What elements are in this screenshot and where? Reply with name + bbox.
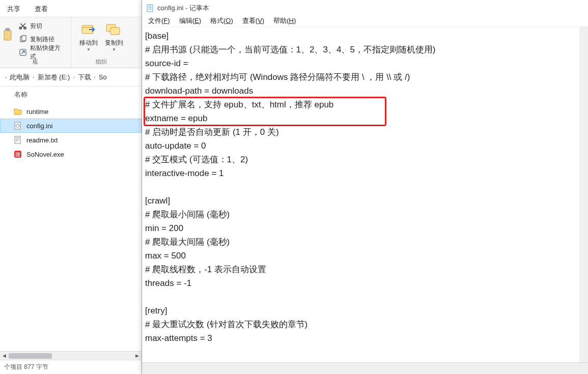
cut-label: 剪切 [30,22,42,31]
copy-to-label: 复制到 [105,39,123,47]
notepad-status-bar [142,362,588,374]
highlight-box [144,97,386,126]
ini-icon [13,121,22,130]
svg-rect-5 [22,36,26,41]
paste-shortcut-button[interactable]: 粘贴快捷方式 [17,47,68,58]
move-to-button[interactable]: 移动到 ▼ [77,20,100,52]
file-list: 名称 runtimeconfig.inireadme.txt搜SoNovel.e… [0,87,142,360]
notepad-title-text: config.ini - 记事本 [157,4,209,13]
file-explorer: 共享 查看 剪切 [0,0,142,374]
breadcrumb-3[interactable]: So [98,73,108,81]
cut-button[interactable]: 剪切 [17,20,68,32]
svg-rect-0 [4,30,11,40]
notepad-titlebar[interactable]: config.ini - 记事本 [142,0,588,16]
tab-view[interactable]: 查看 [27,2,55,17]
file-name: runtime [26,108,48,116]
file-row-readme-txt[interactable]: readme.txt [0,133,142,147]
menu-view[interactable]: 查看(V) [238,16,268,26]
chevron-down-icon: ▼ [87,47,91,52]
notepad-window: config.ini - 记事本 文件(F) 编辑(E) 格式(O) 查看(V)… [142,0,588,374]
breadcrumb[interactable]: › 此电脑 › 新加卷 (E:) › 下载 › So [3,71,138,84]
menu-file[interactable]: 文件(F) [144,16,174,26]
horizontal-scrollbar[interactable]: ◀ ▶ [0,351,142,360]
txt-icon [13,135,22,145]
chevron-right-icon: › [71,74,76,80]
file-row-config-ini[interactable]: config.ini [0,119,142,133]
chevron-down-icon: ▼ [112,47,116,52]
menu-help[interactable]: 帮助(H) [269,16,300,26]
file-row-SoNovel-exe[interactable]: 搜SoNovel.exe [0,147,142,161]
vertical-scrollbar[interactable] [579,27,588,362]
svg-rect-1 [6,28,10,31]
notepad-text-area[interactable]: [base] # 启用书源 (只能选一个，当前可选值：1、2、3、4、5，不指定… [142,27,588,362]
move-to-label: 移动到 [79,39,98,47]
copy-path-icon [19,35,27,43]
chevron-right-icon: › [3,74,9,80]
copy-path-label: 复制路径 [30,35,54,44]
file-row-runtime[interactable]: runtime [0,104,142,119]
notepad-menubar: 文件(F) 编辑(E) 格式(O) 查看(V) 帮助(H) [142,16,588,27]
chevron-right-icon: › [92,74,98,80]
chevron-right-icon: › [31,74,36,80]
ribbon-group-organize-caption: 组织 [74,58,128,66]
copy-path-button[interactable]: 复制路径 [17,34,68,45]
tab-share[interactable]: 共享 [0,2,27,17]
exe-icon: 搜 [13,150,22,159]
scroll-left-icon[interactable]: ◀ [0,352,9,360]
breadcrumb-2[interactable]: 下载 [77,73,92,82]
menu-format[interactable]: 格式(O) [206,16,237,26]
menu-edit[interactable]: 编辑(E) [175,16,205,26]
file-name: SoNovel.exe [26,151,64,158]
svg-rect-9 [110,27,120,35]
status-bar: 个项目 877 字节 [0,360,142,374]
scissors-icon [19,22,27,30]
file-name: readme.txt [26,136,58,144]
breadcrumb-0[interactable]: 此电脑 [9,73,31,82]
ribbon-tabs: 共享 查看 [0,0,142,17]
svg-rect-12 [15,136,20,143]
notepad-icon [146,4,154,12]
svg-text:搜: 搜 [15,152,20,157]
folder-icon [13,107,22,116]
copy-to-button[interactable]: 复制到 ▼ [103,20,125,52]
file-name: config.ini [26,122,52,130]
paste-icon[interactable] [3,27,13,44]
svg-rect-15 [147,5,153,12]
shortcut-icon [19,48,27,56]
copy-to-icon [105,20,123,38]
scroll-right-icon[interactable]: ▶ [133,352,142,360]
ribbon-group-clipboard-caption: 板 [3,58,68,66]
ribbon-body: 剪切 复制路径 粘贴快捷方式 板 [0,17,142,68]
column-header-name[interactable]: 名称 [0,87,142,103]
breadcrumb-1[interactable]: 新加卷 (E:) [37,73,71,82]
move-to-icon [80,20,97,38]
